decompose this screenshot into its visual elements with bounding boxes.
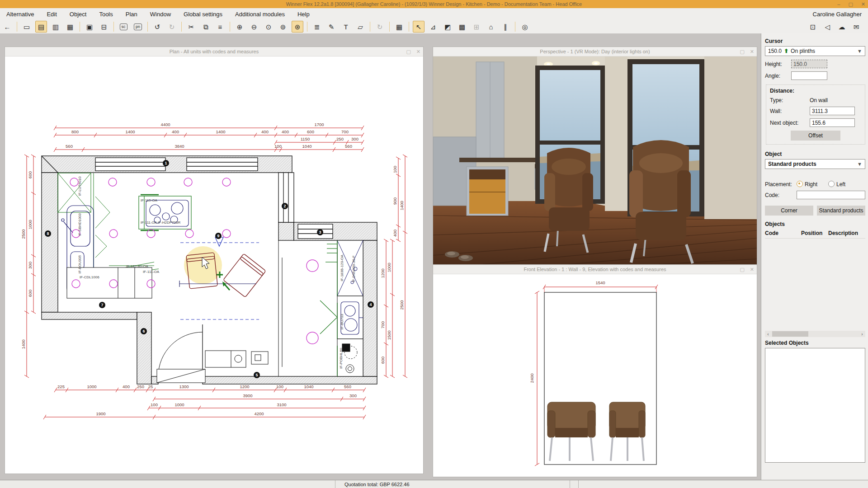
perspective-maximize-icon[interactable]: ▢ [740,49,744,55]
measure-tool-icon[interactable]: ▱ [354,21,366,33]
note-tool-icon[interactable]: ✎ [326,21,337,33]
svg-text:1: 1 [165,161,167,165]
plan-maximize-icon[interactable]: ▢ [406,49,410,55]
menu-plan[interactable]: Plan [119,8,144,20]
code-field[interactable] [797,191,865,199]
svg-text:1200: 1200 [380,268,385,278]
objects-list[interactable] [765,239,865,327]
scroll-right-icon[interactable]: › [859,332,865,337]
perspective-close-icon[interactable]: ✕ [750,49,754,55]
copy-icon[interactable]: ⧉ [200,21,212,33]
save-icon[interactable]: ▣ [84,21,95,33]
svg-text:8: 8 [47,231,49,236]
scrollbar-thumb[interactable] [772,331,808,337]
zoom-previous-icon[interactable]: ⊙ [263,21,274,33]
back-icon[interactable]: ← [1,21,13,33]
share-icon[interactable]: ◁ [821,21,833,33]
menu-help[interactable]: Help [291,8,316,20]
pn-button[interactable]: pn [134,23,142,30]
zoom-all-icon[interactable]: ⊚ [277,21,289,33]
svg-text:1000: 1000 [387,263,392,272]
standard-products-button[interactable]: Standard products [817,206,865,216]
print-icon[interactable]: ⊟ [98,21,110,33]
svg-text:1000: 1000 [87,384,96,389]
elevation-window-titlebar[interactable]: Front Elevation - 1 : Wall - 9, Elevatio… [433,265,757,274]
svg-text:6: 6 [142,329,145,333]
close-icon[interactable]: ✕ [861,1,865,7]
zoom-out-icon[interactable]: ⊖ [248,21,260,33]
elevation-height-dim: 2400 [529,373,534,383]
svg-text:250: 250 [137,384,144,389]
paste-icon[interactable]: ≡ [214,21,226,33]
line-tool-icon[interactable]: ≣ [311,21,323,33]
next-object-field[interactable]: 155.6 [810,118,855,127]
elevation-drawing[interactable]: 1540 2400 [433,274,757,477]
menu-edit[interactable]: Edit [40,8,63,20]
wall-tool-3-icon[interactable]: ▩ [456,21,468,33]
redo-icon[interactable]: ↻ [166,21,178,33]
calculator-icon[interactable]: ▦ [393,21,405,33]
corner-button[interactable]: Corner [765,206,813,216]
cloud-print-icon[interactable]: ☁ [836,21,848,33]
align-icon[interactable]: ∥ [500,21,511,33]
zoom-window-icon[interactable]: ⊛ [292,21,303,33]
zoom-in-icon[interactable]: ⊕ [234,21,245,33]
svg-text:4200: 4200 [254,411,264,416]
objects-scrollbar[interactable]: ‹ › [765,331,865,337]
svg-text:3900: 3900 [243,393,252,398]
plan-close-icon[interactable]: ✕ [416,49,420,55]
placement-right-radio[interactable]: Right [797,181,817,188]
refresh-icon[interactable]: ↻ [374,21,386,33]
menu-object[interactable]: Object [63,8,93,20]
maximize-icon[interactable]: ▢ [848,1,853,7]
svg-text:1500: 1500 [387,330,392,340]
cut-icon[interactable]: ✂ [185,21,197,33]
mail-icon[interactable]: ✉ [850,21,862,33]
svg-text:4400: 4400 [160,122,170,127]
objects-col-code: Code [765,230,801,236]
select-arrow-icon[interactable]: ↖ [413,21,425,33]
plan-view-icon[interactable]: ▤ [35,21,47,33]
undo-icon[interactable]: ↺ [151,21,163,33]
wall-tool-1-icon[interactable]: ⊿ [427,21,439,33]
offset-button[interactable]: Offset [791,131,840,141]
walkthrough-icon[interactable]: ⌂ [485,21,497,33]
svg-text:7: 7 [101,303,103,307]
elevation-view-icon[interactable]: ▥ [50,21,61,33]
plan-drawing[interactable]: 4400 1700 800 1400 400 1400 400 400 600 … [5,56,423,474]
object-type-dropdown[interactable]: Standard products ▼ [765,159,865,169]
text-tool-icon[interactable]: T [340,21,352,33]
scroll-left-icon[interactable]: ‹ [765,332,771,337]
camera-icon[interactable]: ⊡ [807,21,819,33]
perspective-window-titlebar[interactable]: Perspective - 1 (VR Mode): Day (interior… [433,47,757,56]
elevation-maximize-icon[interactable]: ▢ [740,267,744,272]
svg-text:5: 5 [255,373,258,377]
grid-icon[interactable]: ⊞ [471,21,482,33]
plan-window-titlebar[interactable]: Plan - All units with codes and measures… [5,47,423,56]
new-plan-icon[interactable]: ▭ [21,21,33,33]
view-list-icon[interactable]: ▦ [64,21,76,33]
svg-text:3100: 3100 [277,402,286,407]
angle-field[interactable] [791,71,827,80]
menu-alternative[interactable]: Alternative [0,8,40,20]
placement-left-radio[interactable]: Left [828,181,845,188]
sc-button[interactable]: sc [120,23,127,30]
menu-global-settings[interactable]: Global settings [177,8,229,20]
menu-window[interactable]: Window [144,8,177,20]
cursor-mode-dropdown[interactable]: 150.0 ⬆ On plinths ▼ [765,46,865,56]
toolbar: ← ▭ ▤ ▥ ▦ ▣ ⊟ sc pn ↺ ↻ ✂ ⧉ ≡ ⊕ ⊖ ⊙ ⊚ ⊛ … [0,20,868,33]
menu-additional-modules[interactable]: Additional modules [229,8,291,20]
svg-text:IF-LUT6010: IF-LUT6010 [78,176,82,196]
placement-label: Placement: [765,181,797,188]
height-field[interactable]: 150.0 [791,60,827,68]
perspective-render[interactable] [433,56,757,264]
selected-objects-list[interactable] [765,348,865,463]
minimize-icon[interactable]: – [837,1,840,7]
plan-stamp-icon[interactable]: ◎ [519,21,531,33]
elevation-close-icon[interactable]: ✕ [750,267,754,272]
svg-text:1040: 1040 [304,384,313,389]
wall-field[interactable]: 3111.3 [810,107,855,115]
wall-tool-2-icon[interactable]: ◩ [442,21,453,33]
menu-tools[interactable]: Tools [93,8,119,20]
status-bar: Quotation total: GBP 6622.46 [0,480,868,488]
